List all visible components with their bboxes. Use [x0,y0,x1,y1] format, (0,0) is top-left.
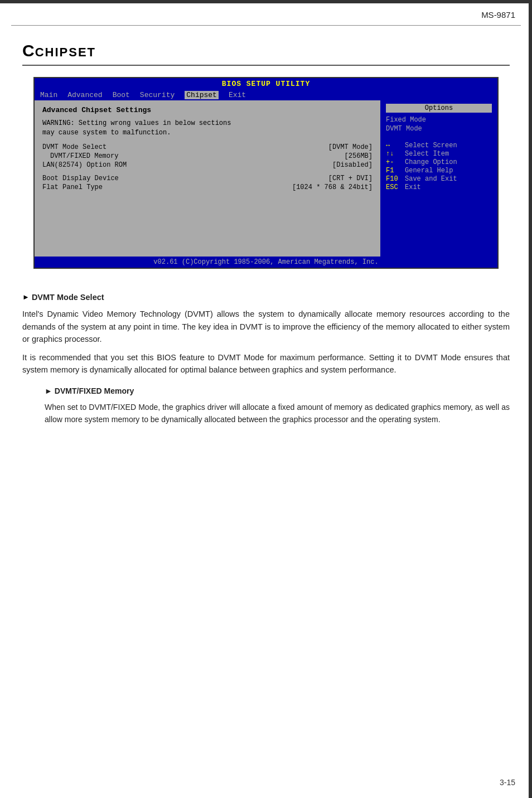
nav-security: Security [140,91,175,99]
setting-dvmt-mode: DVMT Mode Select [DVMT Mode] [42,143,373,151]
bios-right-panel: Options Fixed Mode DVMT Mode ↔ Select Sc… [380,100,497,257]
dvmt-heading-text: DVMT Mode Select [32,291,104,303]
nav-advanced: Advanced [67,91,102,99]
bios-warning: WARNING: Setting wrong values in below s… [42,119,373,138]
bios-warning-line2: may cause system to malfunction. [42,128,373,138]
bios-left-panel: Advanced Chipset Settings WARNING: Setti… [35,100,380,257]
bios-screenshot: BIOS SETUP UTILITY Main Advanced Boot Se… [33,77,499,269]
bios-nav-bar: Main Advanced Boot Security Chipset Exit [35,90,497,100]
sub-heading-dvmt-fixed: ► DVMT/FIXED Memory [45,385,510,398]
setting-dvmt-fixed: DVMT/FIXED Memory [256MB] [42,152,373,160]
keybind-f10: F10 Save and Exit [386,175,492,183]
dvmt-heading: ► DVMT Mode Select [22,291,510,303]
keybind-pm: +- Change Option [386,158,492,166]
top-border [0,0,532,3]
right-border [529,0,532,798]
and-text: and [305,365,318,374]
model-number: MS-9871 [481,10,515,20]
page-number: 3-15 [500,778,515,787]
content-area: ► DVMT Mode Select Intel's Dynamic Video… [0,280,532,442]
bios-keybinds: ↔ Select Screen ↑↓ Select Item +- Change… [386,142,492,191]
sub-heading-text: DVMT/FIXED Memory [55,385,134,398]
bios-options-title: Options [386,104,492,113]
sub-paragraph: When set to DVMT/FIXED Mode, the graphic… [45,401,510,426]
nav-chipset[interactable]: Chipset [185,91,219,99]
bios-footer: v02.61 (C)Copyright 1985-2006, American … [35,257,497,268]
sub-arrow-icon: ► [45,385,52,398]
page-container: MS-9871 CChipset BIOS SETUP UTILITY Main… [0,0,532,798]
bios-main-area: Advanced Chipset Settings WARNING: Setti… [35,100,497,257]
header: MS-9871 [0,0,532,25]
nav-exit: Exit [229,91,246,99]
bios-option-fixed-mode: Fixed Mode [386,116,492,124]
setting-boot-display: Boot Display Device [CRT + DVI] [42,175,373,182]
bios-display-settings: Boot Display Device [CRT + DVI] Flat Pan… [42,175,373,191]
title-underline [22,65,510,66]
chapter-title: CChipset [0,26,532,65]
nav-main: Main [40,91,57,99]
dvmt-paragraph-2: It is recommended that you set this BIOS… [22,351,510,376]
keybind-lr: ↔ Select Screen [386,142,492,149]
bios-settings-group: DVMT Mode Select [DVMT Mode] DVMT/FIXED … [42,143,373,169]
nav-boot: Boot [113,91,130,99]
bios-title-bar: BIOS SETUP UTILITY [35,78,497,90]
keybind-esc: ESC Exit [386,183,492,191]
dvmt-paragraph-1: Intel's Dynamic Video Memory Technology … [22,308,510,345]
setting-lan-option-rom: LAN(82574) Option ROM [Disabled] [42,161,373,169]
setting-flat-panel: Flat Panel Type [1024 * 768 & 24bit] [42,183,373,191]
bios-warning-line1: WARNING: Setting wrong values in below s… [42,119,373,128]
bios-title: BIOS SETUP UTILITY [222,80,310,88]
sub-section-dvmt-fixed: ► DVMT/FIXED Memory When set to DVMT/FIX… [22,385,510,425]
keybind-ud: ↑↓ Select Item [386,150,492,158]
bios-option-dvmt-mode: DVMT Mode [386,125,492,133]
bios-section-title: Advanced Chipset Settings [42,106,373,114]
dvmt-arrow-icon: ► [22,292,30,303]
keybind-f1: F1 General Help [386,167,492,175]
